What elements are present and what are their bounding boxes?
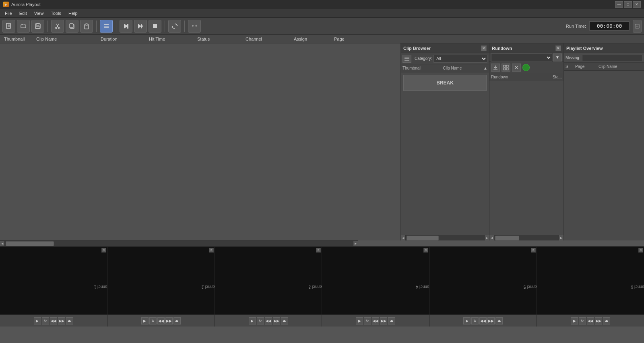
ch4-play[interactable]: ▶ <box>356 317 363 325</box>
channel-3-close[interactable]: ✕ <box>316 248 321 253</box>
ch3-prev[interactable]: ◀◀ <box>265 317 272 325</box>
run-time-area: Run Time: 00:00:00 <box>566 20 642 33</box>
options-button[interactable]: ✦✦ <box>188 20 201 33</box>
rundown-scroll-right[interactable]: ▶ <box>559 235 564 241</box>
ch4-loop[interactable]: ↻ <box>364 317 371 325</box>
minimize-button[interactable]: — <box>615 1 623 8</box>
playlist-scroll-left[interactable]: ◀ <box>0 241 5 246</box>
menu-view[interactable]: View <box>31 10 47 16</box>
rundown-scroll-thumb[interactable] <box>495 236 519 240</box>
scroll-thumb[interactable] <box>407 236 439 240</box>
playlist-scrollbar[interactable]: ◀ ▶ <box>0 240 358 246</box>
playlist-button[interactable] <box>100 20 113 33</box>
channel-4-close[interactable]: ✕ <box>423 248 428 253</box>
break-item[interactable]: BREAK <box>403 75 487 91</box>
ch5-prev[interactable]: ◀◀ <box>479 317 487 325</box>
rundown-delete-btn[interactable]: ✕ <box>512 64 521 72</box>
paste-button[interactable] <box>80 20 93 33</box>
ch1-loop[interactable]: ↻ <box>42 317 49 325</box>
ch2-eject[interactable]: ⏏ <box>173 317 181 325</box>
open-button[interactable] <box>17 20 30 33</box>
clip-browser-scrollbar[interactable]: ◀ ▶ <box>401 235 489 240</box>
menu-edit[interactable]: Edit <box>16 10 30 16</box>
menu-tools[interactable]: Tools <box>47 10 64 16</box>
rundown-scrollbar[interactable]: ◀ ▶ <box>489 235 564 240</box>
ch1-play[interactable]: ▶ <box>34 317 41 325</box>
ch1-eject[interactable]: ⏏ <box>66 317 73 325</box>
ch5-next[interactable]: ▶▶ <box>487 317 495 325</box>
copy-button[interactable] <box>66 20 78 33</box>
rundown-grid-btn[interactable] <box>502 64 510 72</box>
channel-5: ✕ Channel 5 ▶ ↻ ◀◀ ▶▶ ⏏ <box>429 247 537 327</box>
ch1-prev[interactable]: ◀◀ <box>50 317 57 325</box>
ch3-loop[interactable]: ↻ <box>257 317 264 325</box>
ch2-loop[interactable]: ↻ <box>149 317 157 325</box>
scroll-left-arrow[interactable]: ◀ <box>401 235 406 241</box>
clip-browser-close[interactable]: ✕ <box>481 45 487 51</box>
cb-list-view-button[interactable] <box>402 55 411 63</box>
ch6-prev[interactable]: ◀◀ <box>587 317 594 325</box>
channel-6: ✕ Channel 6 ▶ ↻ ◀◀ ▶▶ ⏏ <box>537 247 644 327</box>
channel-1-controls: ▶ ↻ ◀◀ ▶▶ ⏏ <box>0 314 107 327</box>
channel-1-video <box>0 247 107 314</box>
clip-browser-content: BREAK <box>401 72 489 235</box>
svg-marker-25 <box>171 26 173 27</box>
ch5-loop[interactable]: ↻ <box>471 317 479 325</box>
loop-button[interactable] <box>168 20 181 33</box>
stop-button[interactable] <box>149 20 161 33</box>
playlist-overview-missing-row: Missing: <box>564 53 644 63</box>
maximize-button[interactable]: □ <box>624 1 632 8</box>
cb-sort-icon[interactable]: ▲ <box>483 66 487 70</box>
ch2-prev[interactable]: ◀◀ <box>157 317 165 325</box>
category-select[interactable]: All Video Audio Graphics <box>433 55 487 63</box>
play-button[interactable] <box>120 20 132 33</box>
channel-2: ✕ Channel 2 ▶ ↻ ◀◀ ▶▶ ⏏ <box>107 247 215 327</box>
scroll-right-arrow[interactable]: ▶ <box>484 235 489 241</box>
ch6-next[interactable]: ▶▶ <box>595 317 602 325</box>
missing-input <box>582 55 642 61</box>
svg-rect-6 <box>36 27 40 28</box>
rundown-import-btn[interactable] <box>491 64 500 72</box>
close-button[interactable]: ✕ <box>633 1 641 8</box>
rundown-dropdown-row: ▼ <box>489 53 564 62</box>
ch4-next[interactable]: ▶▶ <box>380 317 387 325</box>
channel-5-close[interactable]: ✕ <box>531 248 536 253</box>
ch6-play[interactable]: ▶ <box>571 317 578 325</box>
svg-marker-24 <box>176 25 178 26</box>
ch4-eject[interactable]: ⏏ <box>388 317 395 325</box>
playlist-scroll-thumb[interactable] <box>6 241 54 246</box>
ch3-eject[interactable]: ⏏ <box>281 317 288 325</box>
menu-file[interactable]: File <box>2 10 15 16</box>
svg-rect-12 <box>70 24 73 28</box>
cut-button[interactable] <box>51 20 64 33</box>
channel-1-close[interactable]: ✕ <box>101 248 106 253</box>
ch4-prev[interactable]: ◀◀ <box>372 317 379 325</box>
ch3-play[interactable]: ▶ <box>249 317 256 325</box>
playlist-overview-columns: S Page Clip Name <box>564 63 644 71</box>
save-button[interactable] <box>31 20 44 33</box>
menu-help[interactable]: Help <box>65 10 81 16</box>
ch2-play[interactable]: ▶ <box>141 317 149 325</box>
ch3-next[interactable]: ▶▶ <box>273 317 280 325</box>
channel-3: ✕ Channel 3 ▶ ↻ ◀◀ ▶▶ ⏏ <box>215 247 322 327</box>
ch1-next[interactable]: ▶▶ <box>58 317 65 325</box>
ch6-loop[interactable]: ↻ <box>579 317 586 325</box>
playlist-overview-content <box>564 71 644 240</box>
run-time-reset-button[interactable] <box>633 20 642 33</box>
rundown-dropdown-btn[interactable]: ▼ <box>553 53 562 62</box>
ch5-play[interactable]: ▶ <box>463 317 471 325</box>
rundown-close[interactable]: ✕ <box>555 45 561 51</box>
rundown-scroll-left[interactable]: ◀ <box>489 235 494 241</box>
ch2-next[interactable]: ▶▶ <box>165 317 173 325</box>
col-page: Page <box>332 37 356 41</box>
ch6-eject[interactable]: ⏏ <box>603 317 610 325</box>
rundown-playlist-select[interactable] <box>491 53 552 62</box>
channel-2-close[interactable]: ✕ <box>209 248 214 253</box>
rundown-col-name: Rundown <box>491 75 551 79</box>
col-hit-time: Hit Time <box>147 37 195 41</box>
channel-6-close[interactable]: ✕ <box>638 248 643 253</box>
ch5-eject[interactable]: ⏏ <box>495 317 503 325</box>
playlist-scroll-right[interactable]: ▶ <box>353 241 358 246</box>
new-button[interactable] <box>2 20 15 33</box>
skip-next-button[interactable] <box>134 20 147 33</box>
